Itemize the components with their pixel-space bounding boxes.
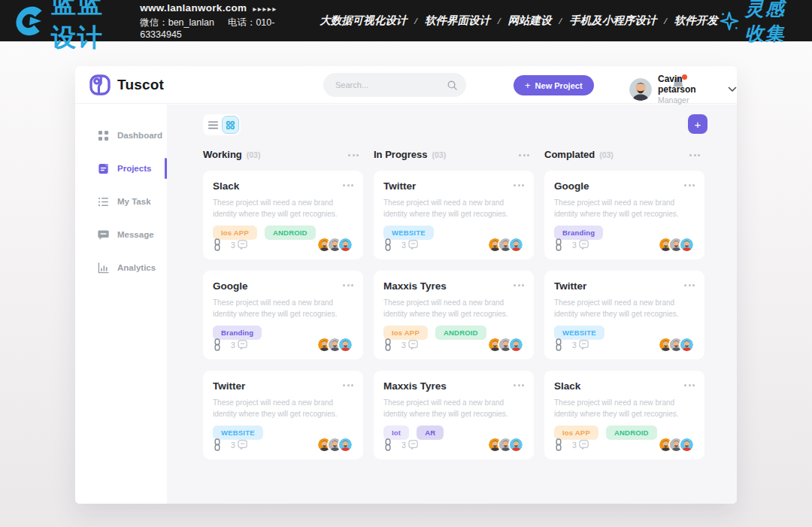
- user-menu[interactable]: Cavin petarson Manager: [629, 74, 737, 104]
- list-view-button[interactable]: [205, 116, 222, 134]
- link-icon[interactable]: [554, 438, 563, 451]
- member-avatar[interactable]: [508, 237, 524, 253]
- sidebar-item-projects[interactable]: Projects: [75, 157, 167, 180]
- grid-view-button[interactable]: [222, 116, 239, 134]
- banner-collect[interactable]: 灵感收集: [718, 0, 801, 46]
- sparkle-icon: [718, 10, 741, 32]
- projects-icon: [98, 163, 109, 174]
- link-icon[interactable]: [554, 338, 563, 351]
- more-icon[interactable]: [684, 384, 695, 386]
- more-icon[interactable]: [519, 154, 529, 156]
- card-title: Maxxis Tyres: [383, 380, 524, 392]
- card-footer: 3: [383, 437, 524, 453]
- comment-icon[interactable]: [408, 440, 419, 450]
- comment-icon[interactable]: [408, 240, 419, 250]
- banner-service-item[interactable]: 软件开发: [674, 14, 718, 28]
- link-icon[interactable]: [213, 438, 222, 451]
- link-icon[interactable]: [213, 238, 222, 251]
- more-icon[interactable]: [343, 184, 353, 186]
- project-card[interactable]: Maxxis TyresThese project will need a ne…: [374, 371, 534, 459]
- member-avatar[interactable]: [679, 337, 695, 353]
- comment-icon[interactable]: [238, 340, 248, 350]
- more-icon[interactable]: [343, 284, 353, 286]
- app-window: Tuscot + New Project: [75, 66, 737, 504]
- banner-arrows: ▸▸▸▸▸: [253, 5, 277, 13]
- service-separator: /: [664, 15, 667, 27]
- member-avatar[interactable]: [508, 437, 524, 453]
- service-separator: /: [414, 15, 417, 27]
- project-card[interactable]: GoogleThese project will need a new bran…: [544, 171, 704, 259]
- member-avatars: [487, 237, 524, 253]
- comment-count: 3: [572, 241, 577, 250]
- column-title: In Progress: [374, 149, 428, 160]
- new-project-button[interactable]: + New Project: [514, 75, 594, 95]
- banner-brand-text: 蓝蓝设计: [51, 0, 123, 55]
- comment-count: 3: [231, 341, 235, 350]
- list-view-icon: [208, 120, 219, 130]
- project-card[interactable]: GoogleThese project will need a new bran…: [203, 271, 363, 359]
- project-card[interactable]: TwitterThese project will need a new bra…: [374, 171, 534, 259]
- more-icon[interactable]: [514, 384, 524, 386]
- member-avatar[interactable]: [338, 437, 353, 453]
- banner-service-item[interactable]: 大数据可视化设计: [320, 14, 407, 28]
- banner-collect-text: 灵感收集: [745, 0, 801, 46]
- comment-icon[interactable]: [238, 440, 248, 450]
- more-icon[interactable]: [689, 154, 700, 156]
- link-icon[interactable]: [383, 238, 392, 251]
- card-description: These project will need a new brand iden…: [213, 297, 353, 320]
- more-icon[interactable]: [343, 384, 353, 386]
- project-card[interactable]: SlackThese project will need a new brand…: [203, 171, 363, 259]
- project-card[interactable]: TwitterThese project will need a new bra…: [544, 271, 704, 359]
- user-name: Cavin petarson: [658, 74, 719, 95]
- sidebar-item-dashboard[interactable]: Dashboard: [75, 124, 167, 147]
- banner-wechat: 微信：ben_lanlan: [140, 17, 214, 28]
- comment-icon[interactable]: [579, 440, 589, 450]
- sidebar-item-label: Dashboard: [117, 131, 162, 140]
- comment-icon[interactable]: [238, 240, 248, 250]
- search-icon[interactable]: [447, 80, 458, 91]
- card-footer: 3: [554, 337, 695, 353]
- banner-service-item[interactable]: 软件界面设计: [425, 14, 490, 28]
- banner-service-item[interactable]: 手机及小程序设计: [569, 14, 656, 28]
- more-icon[interactable]: [684, 184, 695, 186]
- member-avatar[interactable]: [338, 337, 353, 353]
- link-icon[interactable]: [383, 438, 392, 451]
- comment-icon[interactable]: [579, 340, 589, 350]
- card-description: These project will need a new brand iden…: [383, 197, 524, 220]
- banner-website[interactable]: www.lanlanwork.com: [140, 2, 247, 14]
- card-footer: 3: [213, 237, 353, 253]
- project-card[interactable]: TwitterThese project will need a new bra…: [203, 371, 363, 459]
- column-count: (03): [599, 150, 614, 159]
- more-icon[interactable]: [514, 284, 524, 286]
- comment-icon[interactable]: [408, 340, 419, 350]
- comment-count: 3: [231, 441, 235, 450]
- member-avatar[interactable]: [508, 337, 524, 353]
- sidebar-item-my-task[interactable]: My Task: [75, 190, 167, 213]
- card-title: Slack: [213, 180, 353, 192]
- link-icon[interactable]: [213, 338, 222, 351]
- member-avatars: [317, 437, 353, 453]
- more-icon[interactable]: [348, 154, 359, 156]
- link-icon[interactable]: [383, 338, 392, 351]
- card-title: Twitter: [213, 380, 353, 392]
- comment-count: 3: [231, 241, 235, 250]
- member-avatar[interactable]: [338, 237, 353, 253]
- chevron-down-icon[interactable]: [728, 86, 737, 92]
- search-bar[interactable]: [323, 73, 466, 97]
- more-icon[interactable]: [514, 184, 524, 186]
- column-header: Working(03): [203, 149, 363, 164]
- comment-icon[interactable]: [579, 240, 589, 250]
- project-card[interactable]: SlackThese project will need a new brand…: [544, 371, 704, 459]
- user-avatar[interactable]: [629, 78, 652, 101]
- banner-service-item[interactable]: 网站建设: [508, 14, 552, 28]
- search-input[interactable]: [323, 80, 447, 89]
- add-column-button[interactable]: +: [688, 114, 707, 134]
- sidebar-item-analytics[interactable]: Analytics: [75, 256, 167, 279]
- member-avatar[interactable]: [679, 437, 695, 453]
- member-avatar[interactable]: [679, 237, 695, 253]
- sidebar-item-message[interactable]: Message: [75, 223, 167, 246]
- link-icon[interactable]: [554, 238, 563, 251]
- more-icon[interactable]: [684, 284, 695, 286]
- top-banner: 蓝蓝设计 www.lanlanwork.com▸▸▸▸▸ 微信：ben_lanl…: [0, 0, 812, 41]
- project-card[interactable]: Maxxis TyresThese project will need a ne…: [374, 271, 534, 359]
